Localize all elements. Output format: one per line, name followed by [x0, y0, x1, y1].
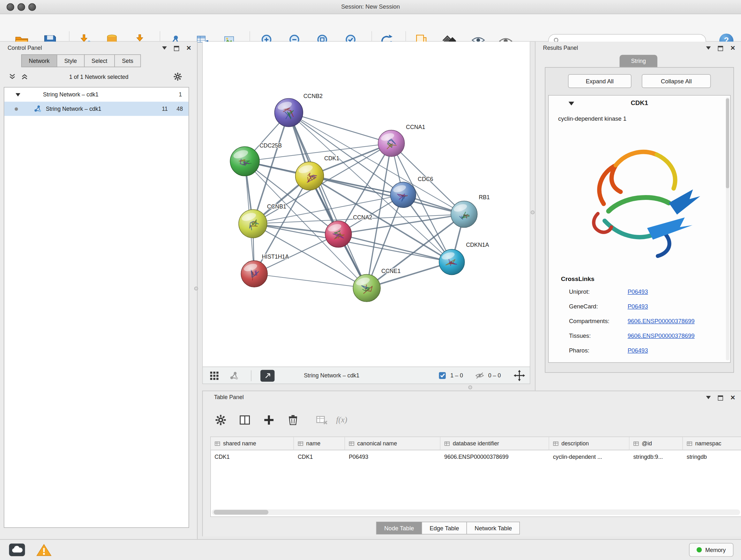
splitter-handle[interactable]: [531, 210, 535, 214]
column-label: description: [561, 440, 589, 447]
protein-detail-panel: CDK1 cyclin-dependent kinase 1: [548, 95, 731, 363]
node-CCNB2[interactable]: CCNB2: [274, 93, 323, 127]
close-panel-icon[interactable]: ✕: [186, 45, 192, 52]
tab-network-table[interactable]: Network Table: [467, 522, 520, 535]
node-CDKN1A[interactable]: CDKN1A: [439, 242, 489, 274]
pan-crosshair-icon[interactable]: [514, 370, 525, 382]
columns-icon: [239, 414, 251, 426]
network-view[interactable]: CCNB2CCNA1CDC25BCDK1CDC6RB1CCNB1CCNA2CDK…: [202, 42, 530, 367]
network-view-icon[interactable]: [229, 371, 239, 382]
tree-expand-icon[interactable]: [16, 93, 20, 99]
collapse-panel-icon[interactable]: [706, 396, 711, 401]
collapse-all-button[interactable]: Collapse All: [642, 74, 711, 88]
cloud-button[interactable]: [9, 543, 25, 557]
splitter-handle[interactable]: [468, 385, 472, 389]
tab-edge-table[interactable]: Edge Table: [421, 522, 467, 535]
current-network-indicator: [15, 107, 18, 111]
collapse-panel-icon[interactable]: [162, 46, 167, 52]
delete-column-button[interactable]: [285, 412, 301, 428]
crosslink-label: Compartments:: [569, 318, 628, 325]
network-collection-count: 1: [179, 91, 182, 98]
float-panel-icon[interactable]: [174, 46, 179, 51]
collapse-all-icon[interactable]: [9, 73, 16, 82]
column-header[interactable]: @id: [630, 437, 683, 450]
tab-select[interactable]: Select: [84, 54, 115, 67]
crosslink-link[interactable]: 9606.ENSP00000378699: [628, 318, 695, 325]
crosslink-link[interactable]: P06493: [628, 347, 648, 354]
selected-counts: 1 – 0: [450, 372, 463, 379]
node-label-CDKN1A: CDKN1A: [466, 242, 489, 248]
grid-view-icon[interactable]: [209, 371, 219, 382]
crosslink-row: Uniprot:P06493: [569, 289, 648, 295]
tab-node-table[interactable]: Node Table: [376, 522, 422, 535]
network-row[interactable]: String Network – cdk1 11 48: [4, 102, 189, 116]
node-CCNA1[interactable]: CCNA1: [378, 124, 425, 157]
network-tree: String Network – cdk1 1 String Network –…: [4, 87, 189, 528]
function-builder-button[interactable]: f(x): [334, 412, 350, 428]
table-settings-button[interactable]: [212, 412, 228, 428]
float-panel-icon[interactable]: [718, 395, 723, 400]
delete-table-button[interactable]: [314, 412, 330, 428]
column-header[interactable]: namespac: [683, 437, 741, 450]
column-header[interactable]: database identifier: [441, 437, 549, 450]
cell-shared-name: CDK1: [211, 450, 294, 463]
memory-status-icon: [697, 547, 702, 552]
cell-namespace: stringdb: [683, 450, 741, 463]
selected-checkbox-icon[interactable]: [438, 371, 447, 381]
table-header-row: shared name name canonical name database…: [211, 437, 741, 450]
close-panel-icon[interactable]: ✕: [730, 45, 735, 52]
tab-string[interactable]: String: [619, 55, 657, 67]
crosslink-label: GeneCard:: [569, 303, 628, 310]
column-header[interactable]: description: [549, 437, 630, 450]
node-RB1[interactable]: RB1: [451, 194, 490, 228]
splitter-handle[interactable]: [194, 287, 198, 291]
main-toolbar: ?: [0, 14, 741, 42]
string-network-icon: [33, 105, 42, 114]
float-panel-icon[interactable]: [718, 46, 723, 51]
network-collection-label: String Network – cdk1: [43, 91, 98, 98]
detach-view-button[interactable]: [260, 370, 274, 381]
node-HIST1H1A[interactable]: HIST1H1A: [241, 253, 289, 287]
create-column-button[interactable]: [261, 412, 277, 428]
crosslink-link[interactable]: P06493: [628, 289, 648, 295]
network-graph[interactable]: CCNB2CCNA1CDC25BCDK1CDC6RB1CCNB1CCNA2CDK…: [203, 42, 531, 367]
column-icon: [444, 441, 450, 446]
memory-button[interactable]: Memory: [689, 543, 733, 557]
results-panel-title: Results Panel: [543, 44, 578, 51]
edge-layer: [245, 113, 464, 288]
tab-network[interactable]: Network: [21, 54, 57, 67]
hidden-counts: 0 – 0: [488, 372, 501, 379]
current-network-name: String Network – cdk1: [304, 372, 359, 379]
horizontal-scrollbar[interactable]: [212, 509, 740, 515]
table-row[interactable]: CDK1 CDK1 P06493 9606.ENSP00000378699 cy…: [211, 450, 741, 463]
crosslink-link[interactable]: 9606.ENSP00000378699: [628, 332, 695, 339]
tab-style[interactable]: Style: [57, 54, 84, 67]
warnings-button[interactable]: [36, 543, 52, 558]
tab-sets[interactable]: Sets: [114, 54, 141, 67]
column-header[interactable]: canonical name: [345, 437, 441, 450]
crosslink-label: Tissues:: [569, 332, 628, 339]
show-columns-button[interactable]: [237, 412, 253, 428]
node-label-CCNB1: CCNB1: [267, 203, 286, 210]
collapse-panel-icon[interactable]: [706, 46, 711, 52]
crosslink-row: Compartments:9606.ENSP00000378699: [569, 318, 695, 325]
network-selection-status: 1 of 1 Network selected: [33, 74, 165, 80]
crosslink-row: GeneCard:P06493: [569, 303, 648, 310]
scrollbar[interactable]: [726, 98, 729, 361]
node-CCNB1[interactable]: CCNB1: [239, 203, 286, 238]
column-icon: [298, 441, 304, 446]
node-CDK1[interactable]: CDK1: [295, 155, 340, 190]
network-collection-row[interactable]: String Network – cdk1 1: [4, 87, 189, 102]
close-panel-icon[interactable]: ✕: [730, 394, 735, 401]
column-label: namespac: [695, 440, 721, 447]
column-header[interactable]: name: [294, 437, 345, 450]
column-header[interactable]: shared name: [211, 437, 294, 450]
expand-all-icon[interactable]: [21, 73, 28, 82]
hidden-eye-icon[interactable]: [475, 371, 484, 381]
column-label: shared name: [223, 440, 256, 447]
crosslink-link[interactable]: P06493: [628, 303, 648, 310]
gear-icon[interactable]: [173, 72, 183, 83]
protein-description: cyclin-dependent kinase 1: [558, 115, 626, 122]
results-panel: Results Panel ✕ String Expand All Collap…: [535, 42, 741, 390]
expand-all-button[interactable]: Expand All: [568, 74, 631, 88]
